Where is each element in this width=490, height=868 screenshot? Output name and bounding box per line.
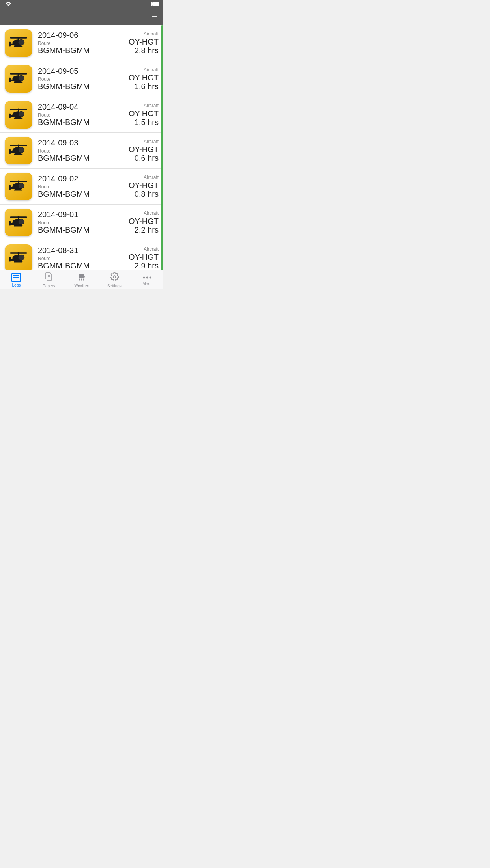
add-log-button[interactable] <box>152 16 157 17</box>
item-info: 2014-09-02 Route BGMM-BGMM <box>38 174 125 199</box>
item-info: 2014-09-03 Route BGMM-BGMM <box>38 138 125 163</box>
svg-line-79 <box>81 279 82 280</box>
svg-rect-36 <box>9 149 11 154</box>
log-aircraft: OY-HGT <box>129 181 159 190</box>
papers-icon <box>44 272 54 283</box>
svg-rect-39 <box>20 153 21 154</box>
tab-settings-label: Settings <box>107 284 122 288</box>
status-bar <box>0 0 163 8</box>
aircraft-label: Aircraft <box>129 67 159 73</box>
tab-more[interactable]: More <box>131 270 163 289</box>
log-date: 2014-09-03 <box>38 138 125 147</box>
log-hours: 0.8 hrs <box>129 190 159 199</box>
logs-list: 2014-09-06 Route BGMM-BGMM Aircraft OY-H… <box>0 25 163 270</box>
svg-point-83 <box>146 276 148 278</box>
helicopter-icon <box>5 65 32 93</box>
svg-rect-58 <box>15 224 16 225</box>
route-label: Route <box>38 148 125 154</box>
weather-icon <box>77 272 87 283</box>
log-hours: 0.6 hrs <box>129 154 159 163</box>
item-info: 2014-09-06 Route BGMM-BGMM <box>38 31 125 55</box>
list-item[interactable]: 2014-09-06 Route BGMM-BGMM Aircraft OY-H… <box>0 25 163 61</box>
svg-point-14 <box>18 75 24 81</box>
helicopter-icon <box>5 137 32 164</box>
log-hours: 1.5 hrs <box>129 118 159 127</box>
route-label: Route <box>38 184 125 190</box>
battery-indicator <box>151 1 160 7</box>
item-right: Aircraft OY-HGT 2.8 hrs <box>129 31 159 55</box>
svg-rect-48 <box>15 188 16 190</box>
aircraft-label: Aircraft <box>129 246 159 252</box>
svg-rect-9 <box>20 45 21 46</box>
route-label: Route <box>38 256 125 261</box>
list-item[interactable]: 2014-09-04 Route BGMM-BGMM Aircraft OY-H… <box>0 97 163 133</box>
log-aircraft: OY-HGT <box>129 217 159 225</box>
svg-rect-46 <box>9 185 11 190</box>
log-hours: 1.6 hrs <box>129 82 159 91</box>
helicopter-icon <box>5 244 32 270</box>
svg-point-24 <box>18 111 24 117</box>
svg-point-4 <box>18 39 24 45</box>
list-item[interactable]: 2014-09-01 Route BGMM-BGMM Aircraft OY-H… <box>0 205 163 240</box>
log-hours: 2.2 hrs <box>129 225 159 235</box>
svg-rect-28 <box>15 117 16 118</box>
item-right: Aircraft OY-HGT 1.6 hrs <box>129 67 159 91</box>
helicopter-icon <box>5 209 32 236</box>
svg-rect-29 <box>20 117 21 118</box>
svg-rect-71 <box>47 274 52 280</box>
logs-icon <box>11 273 21 282</box>
aircraft-label: Aircraft <box>129 175 159 180</box>
route-label: Route <box>38 41 125 46</box>
log-aircraft: OY-HGT <box>129 109 159 118</box>
svg-rect-59 <box>20 224 21 225</box>
svg-rect-66 <box>9 257 11 262</box>
status-left <box>3 1 11 7</box>
log-aircraft: OY-HGT <box>129 73 159 82</box>
tab-papers[interactable]: Papers <box>33 270 65 289</box>
tab-bar: Logs Papers Weather <box>0 270 163 289</box>
log-aircraft: OY-HGT <box>129 253 159 261</box>
svg-rect-47 <box>14 190 23 191</box>
route-label: Route <box>38 112 125 118</box>
helicopter-icon <box>5 101 32 129</box>
svg-point-81 <box>113 276 116 278</box>
svg-rect-16 <box>9 78 11 82</box>
list-item[interactable]: 2014-09-02 Route BGMM-BGMM Aircraft OY-H… <box>0 169 163 205</box>
log-date: 2014-09-02 <box>38 174 125 183</box>
tab-logs[interactable]: Logs <box>0 270 33 289</box>
settings-icon <box>110 272 119 283</box>
svg-rect-17 <box>14 82 23 83</box>
list-item[interactable]: 2014-08-31 Route BGMM-BGMM Aircraft OY-H… <box>0 240 163 270</box>
aircraft-label: Aircraft <box>129 139 159 144</box>
svg-rect-18 <box>15 81 16 82</box>
svg-rect-49 <box>20 188 21 190</box>
aircraft-label: Aircraft <box>129 31 159 37</box>
log-route: BGMM-BGMM <box>38 118 125 127</box>
list-item[interactable]: 2014-09-03 Route BGMM-BGMM Aircraft OY-H… <box>0 133 163 169</box>
helicopter-icon <box>5 29 32 57</box>
item-info: 2014-09-05 Route BGMM-BGMM <box>38 67 125 91</box>
tab-settings[interactable]: Settings <box>98 270 131 289</box>
log-route: BGMM-BGMM <box>38 154 125 163</box>
log-date: 2014-09-04 <box>38 102 125 112</box>
svg-point-54 <box>18 219 24 224</box>
aircraft-label: Aircraft <box>129 103 159 108</box>
list-item[interactable]: 2014-09-05 Route BGMM-BGMM Aircraft OY-H… <box>0 61 163 97</box>
tab-weather[interactable]: Weather <box>65 270 98 289</box>
item-info: 2014-09-04 Route BGMM-BGMM <box>38 102 125 127</box>
svg-line-78 <box>79 279 80 280</box>
svg-rect-37 <box>14 154 23 155</box>
log-date: 2014-09-06 <box>38 31 125 40</box>
svg-rect-26 <box>9 114 11 118</box>
svg-line-80 <box>83 279 84 280</box>
svg-rect-38 <box>15 153 16 154</box>
tab-papers-label: Papers <box>43 284 55 288</box>
log-route: BGMM-BGMM <box>38 190 125 199</box>
item-info: 2014-08-31 Route BGMM-BGMM <box>38 246 125 270</box>
svg-rect-56 <box>9 221 11 226</box>
svg-point-82 <box>143 276 145 278</box>
svg-rect-19 <box>20 81 21 82</box>
log-route: BGMM-BGMM <box>38 225 125 235</box>
helicopter-icon <box>5 173 32 200</box>
svg-point-77 <box>79 275 85 278</box>
